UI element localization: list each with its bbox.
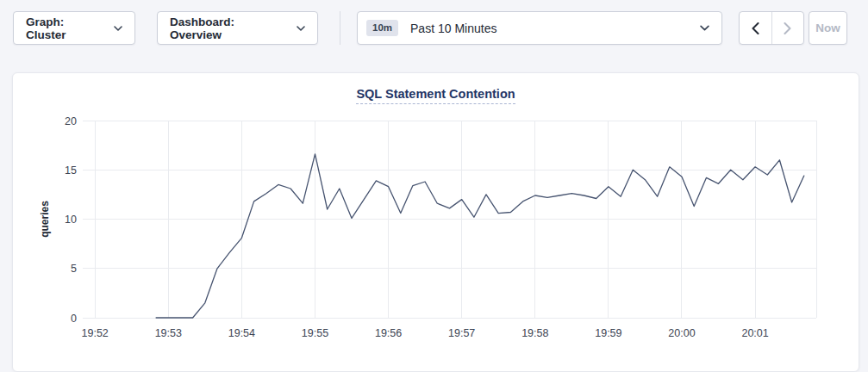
chevron-right-icon: [784, 22, 791, 34]
svg-text:0: 0: [71, 313, 77, 325]
dashboard-dropdown-label: Dashboard: Overview: [170, 16, 288, 41]
svg-text:19:57: 19:57: [448, 327, 475, 339]
chart-title-row: SQL Statement Contention: [13, 86, 859, 104]
toolbar-divider: [340, 11, 340, 45]
svg-text:queries: queries: [39, 201, 51, 238]
svg-text:19:52: 19:52: [82, 327, 109, 339]
svg-text:19:54: 19:54: [228, 327, 255, 339]
prev-timeframe-button[interactable]: [740, 12, 772, 44]
svg-text:20: 20: [65, 115, 77, 127]
time-range-label: Past 10 Minutes: [410, 22, 700, 35]
time-range-badge: 10m: [366, 20, 398, 37]
chevron-down-icon: [297, 26, 305, 31]
svg-text:19:59: 19:59: [595, 327, 621, 339]
svg-text:19:56: 19:56: [375, 327, 402, 339]
svg-text:19:55: 19:55: [302, 327, 328, 339]
chart-card: 0510152019:5219:5319:5419:5519:5619:5719…: [12, 72, 859, 372]
dashboard-dropdown[interactable]: Dashboard: Overview: [157, 11, 318, 45]
chevron-left-icon: [752, 22, 759, 34]
graph-dropdown-label: Graph: Cluster: [26, 16, 105, 41]
next-timeframe-button[interactable]: [772, 12, 804, 44]
graph-dropdown[interactable]: Graph: Cluster: [13, 11, 135, 45]
chevron-down-icon: [114, 26, 122, 31]
chevron-down-icon: [700, 25, 709, 31]
svg-text:15: 15: [65, 164, 77, 177]
timeframe-nav-group: [739, 11, 804, 45]
svg-text:19:58: 19:58: [521, 327, 548, 339]
now-button[interactable]: Now: [809, 11, 847, 45]
chart-title[interactable]: SQL Statement Contention: [356, 87, 515, 104]
svg-text:10: 10: [65, 214, 77, 226]
svg-text:20:01: 20:01: [741, 327, 768, 339]
svg-text:5: 5: [71, 263, 77, 275]
svg-text:19:53: 19:53: [155, 327, 182, 339]
time-range-dropdown[interactable]: 10m Past 10 Minutes: [357, 11, 722, 45]
sql-statement-contention-chart: 0510152019:5219:5319:5419:5519:5619:5719…: [13, 73, 860, 372]
svg-text:20:00: 20:00: [668, 327, 695, 339]
